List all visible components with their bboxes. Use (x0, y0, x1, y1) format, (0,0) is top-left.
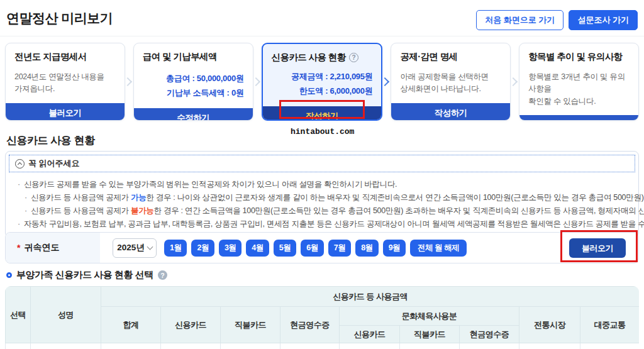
month-button[interactable]: 8월 (355, 240, 378, 257)
step-card-title: 급여 및 기납부세액 (143, 51, 244, 63)
month-button[interactable]: 5월 (274, 240, 296, 257)
collapse-icon (15, 159, 25, 169)
col-header-transit: 대중교통 (580, 307, 640, 343)
month-button[interactable]: 2월 (191, 240, 214, 257)
step-card-salary-tax: 급여 및 기납부세액 총급여 : 50,000,000원기납부 소득세액 : 0… (133, 43, 253, 121)
page-title: 연말정산 미리보기 (6, 9, 113, 27)
notice-list: ·신용카드 공제를 받을 수 있는 부양가족의 범위는 인적공제와 차이가 있으… (9, 172, 635, 231)
section-title-credit-usage: 신용카드 사용 현황 (6, 133, 94, 148)
table-cell (460, 343, 519, 349)
notice-line: ·신용카드 등 사용금액 공제가 가능한 경우 : 나이와 상관없이 근로자와 … (18, 191, 629, 204)
step-card-values: 공제금액 : 2,210,095원한도액 : 6,000,000원 (272, 70, 373, 99)
table-cell (400, 343, 460, 349)
step-arrow-icon (511, 43, 519, 121)
col-header-cash: 현금영수증 (280, 307, 340, 343)
go-first-screen-button[interactable]: 처음 화면으로 가기 (476, 10, 564, 30)
table-cell (101, 343, 161, 349)
notice-line: ·신용카드 공제를 받을 수 있는 부양가족의 범위는 인적공제와 차이가 있으… (18, 178, 629, 191)
notice-line: ·신용카드 등 사용금액 공제가 불가능한 경우 : 연간 소득금액을 100만… (18, 204, 629, 218)
write-credit-usage-button[interactable]: 작성하기 (263, 106, 382, 121)
bullet-ring-icon (6, 272, 12, 278)
col-header-debit: 직불카드 (221, 307, 280, 343)
month-button[interactable]: 9월 (383, 240, 406, 257)
step-card-title: 전년도 지급명세서 (14, 51, 116, 63)
step-card-trend: 항목별 추이 및 유의사항 항목별로 3개년 추이 및 유의사항을확인할 수 있… (519, 43, 639, 121)
step-card-desc: 아래 공제항목을 선택하면상세화면이 나타납니다. (400, 71, 501, 96)
step-card-title: 신용카드 사용 현황 ? (272, 52, 373, 64)
go-survey-button[interactable]: 설문조사 가기 (569, 10, 638, 30)
col-header-select: 선택 (6, 287, 31, 343)
year-label: * 귀속연도 (6, 233, 100, 263)
required-asterisk-icon: * (17, 243, 20, 253)
table-cell (31, 343, 101, 349)
impossible-highlight: 불가능 (131, 206, 154, 215)
possible-highlight: 가능 (131, 193, 146, 202)
notice-box: 꼭 읽어주세요 ·신용카드 공제를 받을 수 있는 부양가족의 범위는 인적공제… (5, 151, 639, 238)
help-icon[interactable]: ? (349, 53, 358, 62)
year-select[interactable]: 2025년 (113, 238, 157, 258)
write-deduction-button[interactable]: 작성하기 (391, 103, 510, 121)
page-header: 연말정산 미리보기 처음 화면으로 가기 설문조사 가기 (0, 0, 644, 36)
month-button[interactable]: 7월 (328, 240, 351, 257)
step-arrow-icon (382, 43, 391, 121)
month-button[interactable]: 3월 (219, 240, 242, 257)
notice-line: ·자동차 구입비용, 보험료 납부, 공과금 납부, 대학등록금, 상품권 구입… (18, 218, 629, 231)
table-cell (6, 343, 31, 349)
step-card-prev-statement: 전년도 지급명세서 2024년도 연말정산 내용을가져옵니다. 불러오기 (5, 43, 125, 121)
month-button[interactable]: 6월 (301, 240, 323, 257)
month-button[interactable]: 4월 (246, 240, 269, 257)
load-usage-button[interactable]: 불러오기 (569, 238, 626, 258)
step-arrow-icon (253, 43, 262, 121)
step-arrow-icon (125, 43, 133, 121)
table-row (6, 343, 640, 349)
col-group-usage: 신용카드 등 사용금액 (101, 287, 640, 307)
table-cell (221, 343, 280, 349)
table-cell (161, 343, 221, 349)
table-cell (340, 343, 400, 349)
family-usage-table: 선택 성명 신용카드 등 사용금액 합계 신용카드 직불카드 현금영수증 문화체… (5, 286, 639, 349)
col-header-culture-debit: 직불카드 (400, 326, 460, 343)
view-trend-button[interactable]: 조회하기 (519, 115, 638, 121)
col-group-culture: 문화체육사용분 (340, 307, 519, 326)
table-cell (580, 343, 640, 349)
load-prev-statement-button[interactable]: 불러오기 (6, 103, 125, 121)
month-buttons: 1월2월3월4월5월6월7월8월9월전체 월 해제 (164, 240, 467, 257)
section-title-family-select: 부양가족 신용카드 사용 현황 선택 ? (6, 269, 167, 281)
step-card-desc: 2024년도 연말정산 내용을가져옵니다. (14, 71, 116, 96)
col-header-total: 합계 (101, 307, 161, 343)
edit-salary-button[interactable]: 수정하기 (134, 108, 253, 121)
step-card-deduction: 공제·감면 명세 아래 공제항목을 선택하면상세화면이 나타납니다. 작성하기 (391, 43, 511, 121)
step-cards: 전년도 지급명세서 2024년도 연말정산 내용을가져옵니다. 불러오기 급여 … (5, 43, 639, 121)
step-card-title: 항목별 추이 및 유의사항 (528, 51, 630, 63)
col-header-market: 전통시장 (519, 307, 580, 343)
step-card-credit-usage: 신용카드 사용 현황 ? 공제금액 : 2,210,095원한도액 : 6,00… (262, 43, 383, 121)
watermark: hintabout.com (291, 127, 354, 136)
help-icon[interactable]: ? (158, 270, 167, 280)
chevron-down-icon (147, 244, 153, 250)
col-header-name: 성명 (31, 287, 101, 343)
step-card-values: 총급여 : 50,000,000원기납부 소득세액 : 0원 (143, 72, 244, 101)
col-header-culture-credit: 신용카드 (340, 326, 400, 343)
filter-bar: * 귀속연도 2025년 1월2월3월4월5월6월7월8월9월전체 월 해제 불… (5, 232, 639, 263)
step-card-desc: 항목별로 3개년 추이 및 유의사항을확인할 수 있습니다. (528, 71, 630, 108)
notice-header-label: 꼭 읽어주세요 (28, 158, 80, 169)
clear-all-months-button[interactable]: 전체 월 해제 (410, 240, 467, 257)
table-cell (519, 343, 580, 349)
table-cell (280, 343, 340, 349)
col-header-credit: 신용카드 (161, 307, 221, 343)
col-header-culture-cash: 현금영수증 (460, 326, 519, 343)
month-button[interactable]: 1월 (164, 240, 187, 257)
step-card-title: 공제·감면 명세 (400, 51, 501, 63)
header-buttons: 처음 화면으로 가기 설문조사 가기 (476, 10, 638, 30)
notice-header[interactable]: 꼭 읽어주세요 (9, 155, 635, 172)
